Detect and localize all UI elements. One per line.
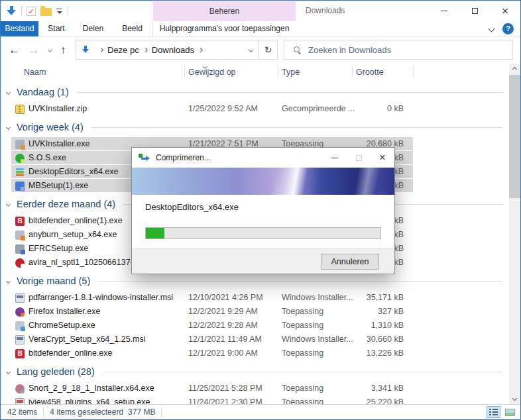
- file-row[interactable]: VeraCrypt_Setup_x64_1.25.msi12/1/2021 11…: [1, 333, 509, 346]
- minimize-button[interactable]: [429, 1, 459, 21]
- file-size: 3,341 kB: [352, 382, 404, 395]
- customize-quick-access-icon[interactable]: [56, 8, 63, 15]
- file-name: Firefox Installer.exe: [29, 305, 100, 319]
- tab-start[interactable]: Start: [38, 21, 74, 36]
- tab-beeld[interactable]: Beeld: [112, 21, 152, 36]
- forward-icon[interactable]: →: [29, 44, 40, 56]
- file-row[interactable]: pdfarranger-1.8.1-windows-installer.msi1…: [1, 291, 509, 305]
- scroll-up-icon[interactable]: [509, 64, 520, 75]
- maximize-button[interactable]: [459, 1, 490, 21]
- file-type: Windows Installer...: [282, 291, 353, 305]
- items-count: 42 items: [7, 407, 37, 417]
- selection-count: 4 items geselecteerd: [50, 407, 123, 417]
- close-button[interactable]: ×: [490, 1, 520, 21]
- column-divider[interactable]: [184, 66, 185, 78]
- file-row[interactable]: Snort_2_9_18_1_Installer.x64.exe11/25/20…: [1, 382, 509, 395]
- progress-bar: [145, 227, 381, 239]
- column-divider[interactable]: [413, 66, 414, 78]
- window-controls: ×: [429, 1, 520, 21]
- file-type: Toepassing: [282, 346, 323, 360]
- recent-locations-icon[interactable]: [48, 47, 52, 52]
- dialog-close-button[interactable]: ×: [371, 148, 394, 168]
- divider: [43, 407, 44, 417]
- tab-bestand[interactable]: Bestand: [1, 21, 38, 36]
- application-icon: [15, 321, 25, 331]
- breadcrumb-deze-pc[interactable]: Deze pc: [107, 45, 139, 55]
- thumbnails-view-button[interactable]: [503, 406, 517, 418]
- address-bar[interactable]: Deze pc Downloads: [76, 40, 259, 60]
- column-headers: Naam Gewijzigd op Type Grootte: [1, 62, 509, 81]
- window-title: Downloads: [306, 1, 345, 21]
- details-view-icon: [489, 409, 498, 416]
- scrollbar-thumb[interactable]: [509, 75, 520, 198]
- scroll-down-icon[interactable]: [509, 393, 520, 404]
- file-row[interactable]: UVKInstaller.zip1/25/2022 9:52 AMGecompr…: [1, 102, 509, 116]
- title-bar: ✓ Beheren Downloads ×: [1, 1, 520, 21]
- group-divider: [91, 127, 502, 128]
- file-type: Gecomprimeerde ...: [282, 102, 355, 116]
- explorer-window: ✓ Beheren Downloads × Bestand Start Dele…: [0, 0, 521, 420]
- file-type: Toepassing: [282, 382, 323, 395]
- file-modified: 11/25/2021 5:28 PM: [188, 382, 262, 395]
- refresh-button[interactable]: ↻: [259, 40, 278, 60]
- dialog-minimize-button[interactable]: [323, 148, 347, 168]
- search-box[interactable]: Zoeken in Downloads: [284, 40, 513, 60]
- file-name: DesktopEditors_x64.exe: [29, 165, 119, 179]
- column-header-grootte[interactable]: Grootte: [356, 62, 384, 81]
- application-icon: [15, 140, 25, 149]
- file-row[interactable]: Firefox Installer.exe12/2/2021 9:29 AMTo…: [1, 305, 509, 319]
- group-header[interactable]: Vorige maand (5): [1, 274, 509, 288]
- file-modified: 1/25/2022 9:52 AM: [188, 102, 258, 116]
- collapse-ribbon-icon[interactable]: [489, 26, 495, 32]
- group-header[interactable]: Vandaag (1): [1, 85, 509, 99]
- vertical-scrollbar[interactable]: [509, 64, 520, 404]
- back-icon[interactable]: ←: [9, 44, 20, 56]
- up-icon[interactable]: ↑: [60, 44, 66, 56]
- dialog-banner: [132, 168, 394, 195]
- column-divider[interactable]: [352, 66, 353, 78]
- search-placeholder: Zoeken in Downloads: [308, 45, 391, 55]
- new-folder-icon[interactable]: [40, 8, 52, 16]
- nav-buttons: ← → ↑: [9, 37, 66, 62]
- dialog-filename: DesktopEditors_x64.exe: [145, 202, 239, 212]
- file-row[interactable]: ChromeSetup.exe12/2/2021 9:28 AMToepassi…: [1, 319, 509, 333]
- downloads-folder-icon: [82, 46, 90, 54]
- cancel-button[interactable]: Annuleren: [321, 254, 379, 270]
- group-header[interactable]: Vorige week (4): [1, 120, 509, 134]
- file-size: 13,226 kB: [352, 346, 404, 360]
- tab-delen[interactable]: Delen: [74, 21, 112, 36]
- group-label: Vandaag (1): [17, 87, 69, 97]
- help-icon[interactable]: ?: [502, 23, 514, 34]
- collapse-group-icon[interactable]: [6, 278, 11, 283]
- collapse-group-icon[interactable]: [6, 89, 11, 94]
- column-header-naam[interactable]: Naam: [24, 62, 46, 81]
- tab-hulpprogrammas[interactable]: Hulpprogramma's voor toepassingen: [152, 21, 296, 36]
- navigation-toolbar: ← → ↑ Deze pc Downloads ↻ Zoeken in Down…: [1, 37, 520, 62]
- installer-package-icon: [15, 335, 25, 344]
- application-icon: [15, 307, 25, 317]
- quick-access-toolbar: ✓: [6, 1, 68, 21]
- properties-icon[interactable]: ✓: [27, 7, 36, 16]
- group-header[interactable]: Lang geleden (28): [1, 364, 509, 379]
- collapse-group-icon[interactable]: [6, 201, 11, 206]
- file-size: 25,220 kB: [352, 395, 404, 404]
- address-dropdown-icon[interactable]: [249, 47, 253, 52]
- file-name: bitdefender_online.exe: [29, 346, 113, 360]
- progress-fill: [146, 228, 164, 238]
- column-divider[interactable]: [278, 66, 278, 78]
- collapse-group-icon[interactable]: [6, 125, 11, 129]
- group-label: Lang geleden (28): [17, 366, 95, 377]
- column-header-gewijzigd-op[interactable]: Gewijzigd op: [188, 62, 236, 81]
- status-bar: 42 items 4 items geselecteerd 377 MB: [1, 404, 520, 419]
- collapse-group-icon[interactable]: [6, 369, 11, 374]
- contextual-tab-group-header[interactable]: Beheren: [153, 1, 296, 21]
- details-view-button[interactable]: [487, 406, 500, 418]
- group-divider: [98, 281, 502, 282]
- file-row[interactable]: Bbitdefender_online.exe12/1/2021 9:00 AM…: [1, 346, 509, 360]
- breadcrumb-downloads[interactable]: Downloads: [152, 45, 194, 55]
- file-name: MBSetup(1).exe: [29, 179, 88, 193]
- file-row[interactable]: iview458_plugins_x64_setup.exe11/24/2021…: [1, 395, 509, 404]
- explorer-logo-icon: [6, 6, 17, 17]
- column-header-type[interactable]: Type: [282, 62, 300, 81]
- file-modified: 12/1/2021 11:49 AM: [188, 333, 262, 346]
